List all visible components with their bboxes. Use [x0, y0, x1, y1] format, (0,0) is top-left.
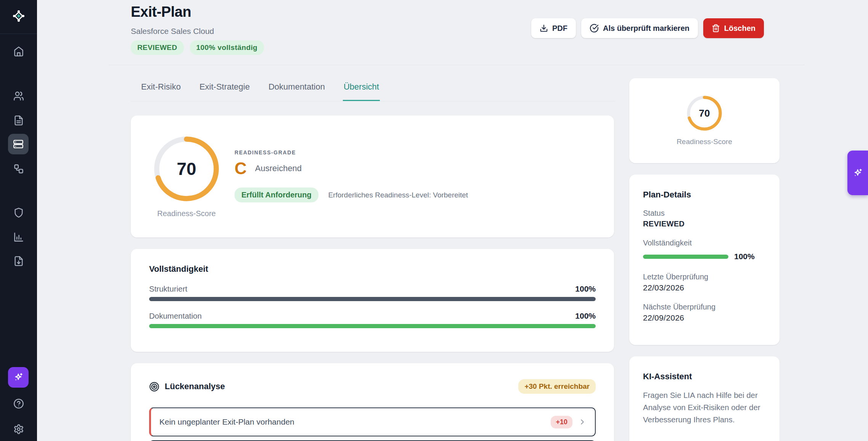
- meter-label: Strukturiert: [149, 284, 187, 293]
- header-divider: [109, 65, 805, 65]
- readiness-score-value: 70: [152, 135, 221, 203]
- sidebar-item-reports[interactable]: [0, 232, 37, 242]
- header-badges: REVIEWED 100% vollständig: [131, 40, 264, 55]
- header-actions: PDF Als überprüft markieren Löschen: [531, 18, 764, 38]
- progress-bar-dokumentation: [149, 324, 596, 328]
- status-value: REVIEWED: [643, 220, 766, 228]
- trash-icon: [712, 24, 720, 32]
- file-text-icon: [13, 115, 24, 126]
- completeness-label: Vollständigkeit: [643, 239, 766, 247]
- delete-button-label: Löschen: [724, 24, 755, 33]
- check-circle-icon: [590, 24, 599, 33]
- gap-analysis-card: Lückenanalyse +30 Pkt. erreichbar Kein u…: [131, 363, 614, 441]
- download-icon: [540, 24, 548, 32]
- next-review-label: Nächste Überprüfung: [643, 303, 766, 311]
- status-label: Status: [643, 209, 766, 218]
- gap-points-badge: +10: [551, 416, 572, 428]
- readiness-card: 70 Readiness-Score READINESS-GRADE C Aus…: [131, 115, 614, 237]
- app-logo[interactable]: [0, 0, 37, 34]
- readiness-gauge: 70 Readiness-Score: [152, 135, 221, 218]
- points-available-badge: +30 Pkt. erreichbar: [518, 379, 596, 394]
- tab-uebersicht-active[interactable]: Übersicht: [343, 78, 380, 101]
- sparkles-icon: [852, 168, 863, 178]
- completeness-progress-bar: [643, 255, 728, 259]
- sidebar-item-workflow[interactable]: [0, 164, 37, 174]
- chevron-right-icon: [578, 418, 587, 426]
- sparkles-icon: [13, 372, 24, 383]
- bar-chart-icon: [13, 232, 24, 242]
- side-readiness-gauge: 70: [686, 95, 723, 131]
- readiness-score-label: Readiness-Score: [157, 209, 215, 218]
- gap-item[interactable]: Kein ungeplanter Exit-Plan vorhanden +10: [149, 407, 596, 436]
- side-score-value: 70: [686, 95, 723, 131]
- floating-ai-assistant-button[interactable]: [847, 151, 868, 195]
- status-badge: REVIEWED: [131, 40, 184, 55]
- sidebar-item-systems-active[interactable]: [8, 134, 29, 154]
- required-level-text: Erforderliches Readiness-Level: Vorberei…: [328, 191, 468, 199]
- tab-dokumentation[interactable]: Dokumentation: [268, 78, 326, 101]
- page-title: Exit-Plan: [131, 4, 191, 20]
- progress-bar-strukturiert: [149, 297, 596, 301]
- completeness-title: Vollständigkeit: [149, 264, 596, 274]
- sidebar-item-settings[interactable]: [0, 424, 37, 435]
- sidebar-item-exports[interactable]: [0, 256, 37, 266]
- exit-plan-page: Exit-Plan Salesforce Sales Cloud REVIEWE…: [0, 0, 868, 441]
- ai-assistant-body: Fragen Sie LIA nach Hilfe bei der Analys…: [643, 389, 769, 425]
- target-icon: [149, 382, 159, 392]
- sidebar: [0, 0, 37, 441]
- last-review-value: 22/03/2026: [643, 283, 766, 292]
- tab-exit-strategie[interactable]: Exit-Strategie: [199, 78, 251, 101]
- side-score-card: 70 Readiness-Score: [629, 78, 780, 163]
- readiness-grade-value: C: [235, 160, 247, 177]
- file-download-icon: [13, 256, 24, 266]
- meter-label: Dokumentation: [149, 311, 202, 321]
- mark-reviewed-button[interactable]: Als überprüft markieren: [581, 18, 698, 38]
- delete-button[interactable]: Löschen: [703, 18, 764, 38]
- ai-assistant-card: KI-Assistent Fragen Sie LIA nach Hilfe b…: [629, 356, 780, 441]
- pdf-button[interactable]: PDF: [531, 18, 576, 38]
- requirement-met-badge: Erfüllt Anforderung: [235, 188, 318, 202]
- meter-value: 100%: [575, 311, 596, 321]
- sidebar-ai-assistant-button[interactable]: [8, 367, 29, 388]
- meter-value: 100%: [575, 284, 596, 293]
- gap-item-label: Kein ungeplanter Exit-Plan vorhanden: [159, 417, 294, 427]
- pdf-button-label: PDF: [552, 24, 567, 33]
- sidebar-item-documents[interactable]: [0, 115, 37, 126]
- gap-analysis-title: Lückenanalyse: [165, 382, 225, 391]
- mark-reviewed-label: Als überprüft markieren: [603, 24, 690, 33]
- tab-bar: Exit-Risiko Exit-Strategie Dokumentation…: [131, 78, 615, 101]
- tab-exit-risiko[interactable]: Exit-Risiko: [140, 78, 182, 101]
- readiness-grade-label: READINESS-GRADE: [235, 149, 468, 156]
- plan-details-card: Plan-Details Status REVIEWED Vollständig…: [629, 175, 780, 345]
- server-icon: [13, 139, 24, 149]
- users-icon: [13, 91, 24, 101]
- sidebar-item-users[interactable]: [0, 91, 37, 101]
- plan-details-title: Plan-Details: [643, 190, 766, 200]
- gear-icon: [13, 424, 24, 435]
- sidebar-item-home[interactable]: [0, 46, 37, 57]
- workflow-icon: [13, 164, 24, 174]
- side-score-label: Readiness-Score: [677, 138, 732, 146]
- sidebar-item-help[interactable]: [0, 398, 37, 409]
- home-icon: [13, 46, 24, 57]
- completeness-value: 100%: [734, 252, 755, 261]
- page-subtitle: Salesforce Sales Cloud: [131, 27, 214, 36]
- readiness-grade-text: Ausreichend: [255, 164, 302, 173]
- shield-icon: [13, 207, 24, 218]
- last-review-label: Letzte Überprüfung: [643, 273, 766, 281]
- completeness-badge: 100% vollständig: [190, 40, 264, 55]
- next-review-value: 22/09/2026: [643, 313, 766, 322]
- sidebar-item-security[interactable]: [0, 207, 37, 218]
- help-circle-icon: [13, 398, 24, 409]
- logo-icon: [10, 8, 27, 26]
- ai-assistant-title: KI-Assistent: [643, 372, 766, 382]
- completeness-card: Vollständigkeit Strukturiert 100% Dokume…: [131, 249, 614, 352]
